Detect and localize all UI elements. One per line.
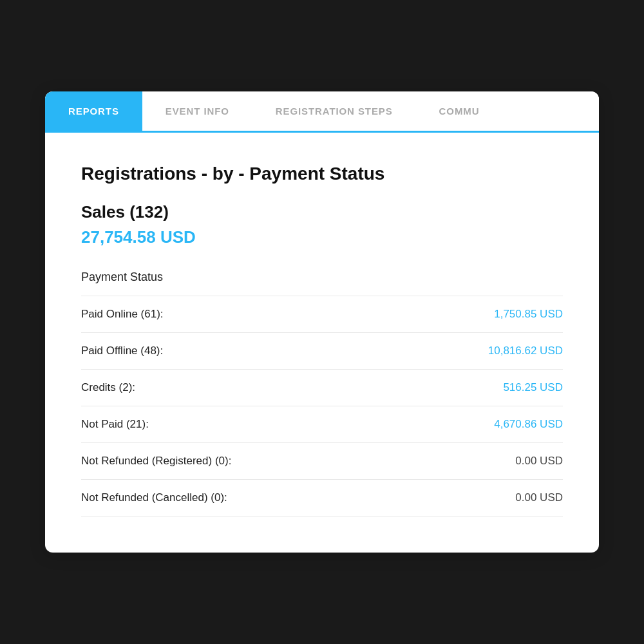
payment-rows-container: Paid Online (61): 1,750.85 USD Paid Offl… [81,296,563,516]
table-row: Paid Online (61): 1,750.85 USD [81,296,563,332]
table-row: Not Refunded (Cancelled) (0): 0.00 USD [81,479,563,516]
table-row: Credits (2): 516.25 USD [81,369,563,406]
row-value: 4,670.86 USD [494,418,563,431]
row-label: Not Refunded (Cancelled) (0): [81,491,227,504]
row-value: 0.00 USD [515,455,563,468]
row-label: Paid Offline (48): [81,345,163,357]
tab-event-info[interactable]: EVENT INFO [142,91,252,131]
tab-commu[interactable]: COMMU [416,91,503,131]
table-row: Not Paid (21): 4,670.86 USD [81,406,563,442]
row-value: 0.00 USD [515,491,563,504]
content-area: Registrations - by - Payment Status Sale… [45,133,599,553]
tab-bar: REPORTS EVENT INFO REGISTRATION STEPS CO… [45,91,599,133]
row-value: 10,816.62 USD [488,345,563,357]
table-row: Not Refunded (Registered) (0): 0.00 USD [81,442,563,479]
row-label: Not Paid (21): [81,418,149,431]
sales-amount: 27,754.58 USD [81,227,563,247]
row-label: Paid Online (61): [81,308,164,321]
row-value: 516.25 USD [503,381,563,394]
row-label: Not Refunded (Registered) (0): [81,455,231,468]
payment-status-label: Payment Status [81,270,563,284]
tab-reports[interactable]: REPORTS [45,91,142,131]
sales-count: Sales (132) [81,202,563,222]
main-card: REPORTS EVENT INFO REGISTRATION STEPS CO… [45,91,599,553]
tab-registration-steps[interactable]: REGISTRATION STEPS [252,91,416,131]
row-label: Credits (2): [81,381,135,394]
page-title: Registrations - by - Payment Status [81,164,563,184]
row-value: 1,750.85 USD [494,308,563,321]
table-row: Paid Offline (48): 10,816.62 USD [81,332,563,369]
